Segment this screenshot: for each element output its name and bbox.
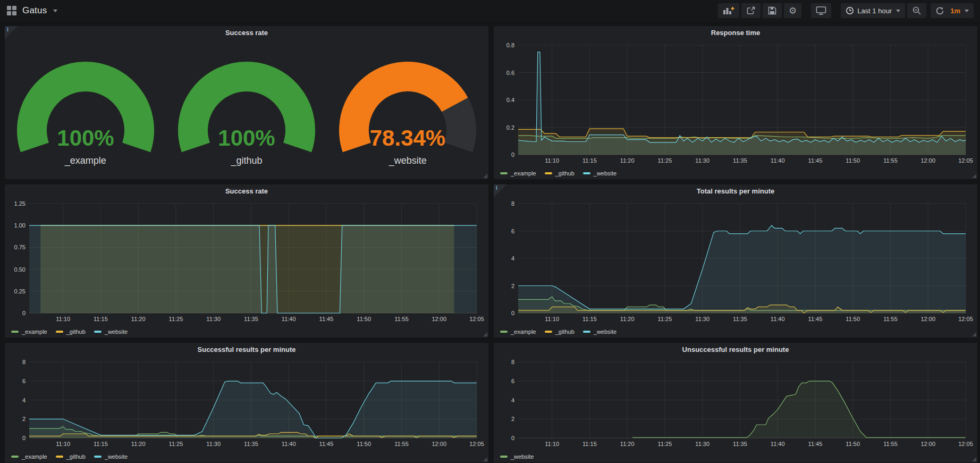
gauge-_website: 78.34%_website: [327, 40, 488, 179]
panel-response-time: Response time 11:1011:1511:2011:2511:301…: [493, 26, 978, 180]
panel-title[interactable]: Successful results per minute: [5, 343, 488, 357]
panel-resize-handle[interactable]: [483, 174, 487, 178]
svg-text:2: 2: [22, 416, 26, 422]
panel-success-rate-gauges: i Success rate 100%_example100%_github78…: [4, 26, 489, 180]
chevron-down-icon: [965, 10, 969, 12]
legend-label: _website: [511, 453, 534, 460]
legend-color-dash: [583, 172, 590, 174]
legend-color-dash: [56, 456, 63, 458]
svg-text:100%: 100%: [218, 125, 275, 150]
legend-item-_website[interactable]: _website: [583, 170, 616, 176]
svg-text:11:15: 11:15: [94, 316, 108, 322]
svg-text:11:15: 11:15: [582, 316, 597, 322]
chart-legend: _example_github_website: [11, 329, 128, 335]
gauge-_github: 100%_github: [166, 40, 327, 179]
svg-text:11:30: 11:30: [695, 157, 709, 164]
svg-text:0.2: 0.2: [506, 124, 514, 131]
panel-resize-handle[interactable]: [972, 174, 976, 178]
monitor-icon: [816, 6, 826, 15]
panel-success-rate-timeseries: Success rate 11:1011:1511:2011:2511:3011…: [4, 184, 489, 338]
panel-title[interactable]: Total results per minute: [494, 184, 977, 198]
chart-legend: _website: [500, 453, 534, 460]
save-button[interactable]: [763, 3, 782, 18]
share-button[interactable]: [741, 3, 761, 18]
panel-unsuccessful-results: Unsuccessful results per minute 11:1011:…: [493, 342, 978, 463]
clock-icon: [846, 6, 854, 15]
svg-text:11:45: 11:45: [808, 441, 823, 447]
svg-text:8: 8: [22, 359, 26, 365]
legend-color-dash: [500, 456, 508, 458]
legend-item-_example[interactable]: _example: [11, 453, 47, 460]
legend-label: _website: [105, 453, 128, 460]
svg-text:11:25: 11:25: [169, 316, 183, 322]
legend-item-_github[interactable]: _github: [56, 329, 86, 335]
grafana-dashboard-icon[interactable]: [6, 5, 17, 16]
panel-resize-handle[interactable]: [972, 457, 976, 461]
svg-text:0.4: 0.4: [506, 97, 514, 103]
panel-resize-handle[interactable]: [483, 332, 487, 336]
legend-color-dash: [545, 172, 552, 174]
settings-button[interactable]: ⚙: [784, 3, 801, 18]
svg-text:78.34%: 78.34%: [370, 125, 445, 150]
svg-text:11:55: 11:55: [883, 441, 898, 447]
total-results-chart[interactable]: 11:1011:1511:2011:2511:3011:3511:4011:45…: [498, 198, 973, 324]
svg-text:0.75: 0.75: [14, 244, 26, 250]
panel-title[interactable]: Response time: [494, 26, 977, 40]
legend-item-_github[interactable]: _github: [56, 453, 86, 460]
refresh-interval-picker[interactable]: 1m: [949, 3, 974, 18]
legend-item-_github[interactable]: _github: [545, 329, 575, 335]
info-icon-glyph: i: [7, 27, 9, 32]
refresh-button[interactable]: [931, 3, 949, 18]
legend-label: _github: [555, 170, 575, 176]
svg-text:11:20: 11:20: [620, 157, 635, 164]
gauge-arc: 100%: [6, 40, 165, 154]
svg-text:0: 0: [511, 151, 514, 158]
panel-resize-handle[interactable]: [483, 457, 487, 461]
svg-text:11:15: 11:15: [582, 441, 597, 447]
legend-item-_github[interactable]: _github: [545, 170, 575, 176]
legend-item-_website[interactable]: _website: [500, 453, 534, 460]
legend-color-dash: [545, 331, 552, 333]
time-range-picker[interactable]: Last 1 hour: [841, 3, 905, 18]
svg-text:12:00: 12:00: [432, 316, 446, 322]
panel-title[interactable]: Success rate: [5, 26, 488, 40]
panel-title[interactable]: Success rate: [5, 184, 488, 198]
svg-text:11:50: 11:50: [846, 441, 860, 447]
svg-text:11:55: 11:55: [883, 316, 898, 322]
successful-results-chart[interactable]: 11:1011:1511:2011:2511:3011:3511:4011:45…: [9, 357, 484, 449]
svg-text:11:55: 11:55: [394, 441, 409, 447]
svg-text:11:10: 11:10: [545, 157, 559, 164]
panel-resize-handle[interactable]: [972, 332, 976, 336]
legend-item-_example[interactable]: _example: [11, 329, 47, 335]
legend-item-_website[interactable]: _website: [94, 453, 128, 460]
svg-text:11:20: 11:20: [620, 441, 635, 447]
panel-info-icon[interactable]: i: [5, 26, 18, 39]
legend-label: _example: [22, 329, 47, 335]
add-panel-button[interactable]: [718, 3, 739, 18]
chevron-down-icon: [896, 10, 900, 12]
svg-text:1.00: 1.00: [14, 222, 26, 229]
legend-item-_example[interactable]: _example: [500, 329, 536, 335]
response-time-chart[interactable]: 11:1011:1511:2011:2511:3011:3511:4011:45…: [498, 40, 973, 165]
legend-item-_example[interactable]: _example: [500, 170, 536, 176]
svg-text:100%: 100%: [57, 125, 114, 150]
success-rate-chart[interactable]: 11:1011:1511:2011:2511:3011:3511:4011:45…: [9, 198, 484, 324]
svg-text:11:20: 11:20: [131, 316, 146, 322]
chevron-down-icon[interactable]: [53, 10, 57, 12]
svg-text:8: 8: [511, 359, 514, 365]
legend-label: _github: [555, 329, 575, 335]
legend-item-_website[interactable]: _website: [583, 329, 616, 335]
gauge-label: _github: [231, 155, 262, 166]
svg-text:11:10: 11:10: [545, 316, 559, 322]
panel-info-icon[interactable]: i: [494, 184, 506, 197]
dashboard-title[interactable]: Gatus: [22, 5, 47, 16]
cycle-view-mode-button[interactable]: [811, 3, 831, 18]
svg-text:11:25: 11:25: [169, 441, 183, 447]
legend-color-dash: [11, 331, 19, 333]
legend-color-dash: [94, 456, 102, 458]
zoom-out-button[interactable]: [907, 3, 926, 18]
unsuccessful-results-chart[interactable]: 11:1011:1511:2011:2511:3011:3511:4011:45…: [498, 357, 973, 449]
legend-item-_website[interactable]: _website: [94, 329, 128, 335]
panel-title[interactable]: Unsuccessful results per minute: [494, 343, 977, 357]
svg-text:11:45: 11:45: [319, 316, 334, 322]
